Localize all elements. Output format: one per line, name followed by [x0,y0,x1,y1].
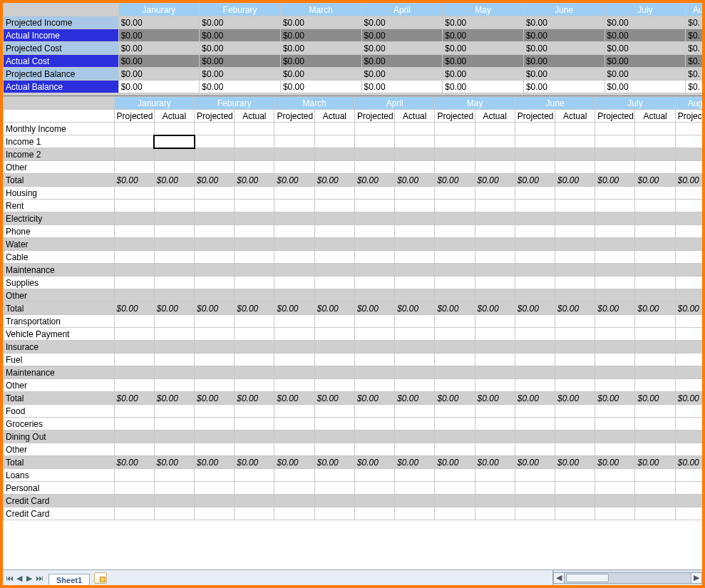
detail-subheader-actual[interactable]: Actual [314,110,354,123]
section-header-cell[interactable] [154,187,194,200]
section-header-cell[interactable] [555,315,595,328]
data-cell[interactable] [515,200,555,212]
data-cell[interactable] [635,418,675,430]
data-cell[interactable] [515,341,555,354]
data-cell[interactable] [395,507,435,520]
summary-cell[interactable]: $0.00 [604,81,686,93]
total-cell[interactable]: $0.00 [154,456,194,469]
total-cell[interactable]: $0.00 [195,302,235,315]
section-header-cell[interactable] [515,123,555,135]
data-cell[interactable] [274,507,314,520]
summary-cell[interactable]: $0.00 [118,16,200,29]
data-cell[interactable] [354,354,394,366]
detail-month-header[interactable]: June [515,97,595,110]
section-header-cell[interactable] [314,469,354,482]
section-header-cell[interactable] [195,469,235,482]
data-cell[interactable] [475,277,515,289]
line-item-label[interactable]: Fuel [4,354,115,366]
data-cell[interactable] [595,507,635,520]
data-cell[interactable] [435,289,475,302]
total-cell[interactable]: $0.00 [635,174,675,187]
data-cell[interactable] [595,264,635,277]
section-header-cell[interactable] [435,123,475,135]
data-cell[interactable] [515,366,555,379]
data-cell[interactable] [274,212,314,225]
data-cell[interactable] [675,135,702,148]
total-cell[interactable]: $0.00 [195,456,235,469]
data-cell[interactable] [675,443,702,456]
summary-table[interactable]: JanuraryFeburaryMarchAprilMayJuneJulyAug… [3,3,702,96]
data-cell[interactable] [114,289,154,302]
data-cell[interactable] [235,212,274,225]
total-cell[interactable]: $0.00 [475,456,515,469]
data-cell[interactable] [635,354,675,366]
section-header-cell[interactable] [515,315,555,328]
section-header-cell[interactable] [114,469,154,482]
line-item-label[interactable]: Income 2 [4,148,115,161]
line-item-label[interactable]: Credit Card [4,507,115,520]
data-cell[interactable] [595,148,635,161]
section-header-cell[interactable] [475,469,515,482]
section-header-cell[interactable] [354,123,394,135]
summary-cell[interactable]: $0.00 [200,29,281,42]
section-header-cell[interactable] [635,187,675,200]
line-item-label[interactable]: Groceries [4,418,115,430]
data-cell[interactable] [435,161,475,174]
data-cell[interactable] [235,161,274,174]
summary-month-header[interactable]: May [443,4,524,16]
data-cell[interactable] [435,482,475,495]
data-cell[interactable] [154,212,194,225]
data-cell[interactable] [435,495,475,507]
detail-subheader-projected[interactable]: Projected [675,110,702,123]
section-header-cell[interactable] [595,469,635,482]
data-cell[interactable] [675,495,702,507]
data-cell[interactable] [154,135,194,148]
data-cell[interactable] [354,430,394,443]
detail-subheader-projected[interactable]: Projected [274,110,314,123]
line-item-label[interactable]: Insurace [4,341,115,354]
data-cell[interactable] [595,251,635,264]
total-cell[interactable]: $0.00 [114,302,154,315]
section-header-cell[interactable] [274,123,314,135]
data-cell[interactable] [114,212,154,225]
data-cell[interactable] [555,161,595,174]
data-cell[interactable] [515,430,555,443]
section-header-cell[interactable] [154,405,194,418]
section-header-cell[interactable] [635,405,675,418]
data-cell[interactable] [555,328,595,341]
summary-cell[interactable]: $0.00 [443,81,524,93]
detail-subheader-projected[interactable]: Projected [195,110,235,123]
data-cell[interactable] [354,289,394,302]
data-cell[interactable] [475,482,515,495]
data-cell[interactable] [475,354,515,366]
data-cell[interactable] [675,238,702,251]
data-cell[interactable] [675,200,702,212]
data-cell[interactable] [595,341,635,354]
data-cell[interactable] [195,251,235,264]
total-cell[interactable]: $0.00 [595,392,635,405]
data-cell[interactable] [675,289,702,302]
summary-month-header[interactable]: June [523,4,604,16]
summary-cell[interactable]: $0.00 [361,68,443,81]
data-cell[interactable] [475,251,515,264]
summary-cell[interactable]: $0.00 [280,55,361,68]
detail-subheader-actual[interactable]: Actual [555,110,595,123]
line-item-label[interactable]: Maintenance [4,366,115,379]
summary-cell[interactable]: $0.00 [361,81,443,93]
data-cell[interactable] [515,277,555,289]
section-header[interactable]: Housing [4,187,115,200]
section-header-cell[interactable] [675,315,702,328]
detail-subheader-actual[interactable]: Actual [154,110,194,123]
section-header-cell[interactable] [314,187,354,200]
data-cell[interactable] [235,354,274,366]
data-cell[interactable] [195,430,235,443]
data-cell[interactable] [395,354,435,366]
section-header-cell[interactable] [235,123,274,135]
summary-cell[interactable]: $0.00 [523,55,604,68]
summary-cell[interactable]: $0.00 [361,42,443,55]
data-cell[interactable] [635,148,675,161]
data-cell[interactable] [114,200,154,212]
section-header-cell[interactable] [195,123,235,135]
data-cell[interactable] [274,328,314,341]
total-cell[interactable]: $0.00 [314,302,354,315]
